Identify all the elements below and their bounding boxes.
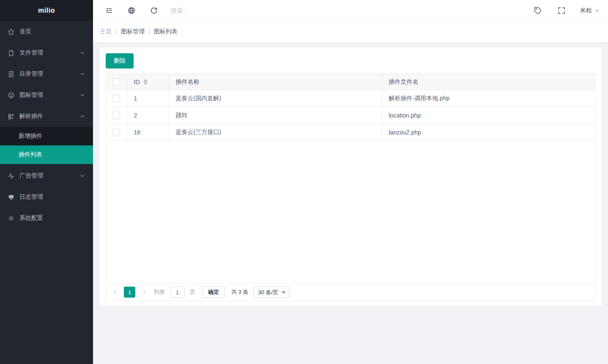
sidebar-item-files[interactable]: 文件管理 <box>0 42 93 63</box>
main-area: 米粒 主页 / 图标管理 / 图标列表 删除 <box>93 0 608 364</box>
chevron-down-icon <box>79 92 85 98</box>
select-all-checkbox[interactable] <box>112 78 120 86</box>
sidebar-item-label: 日志管理 <box>19 193 43 201</box>
sidebar-item-icons[interactable]: 图标管理 <box>0 85 93 106</box>
search-input[interactable] <box>171 7 264 14</box>
globe-icon[interactable] <box>127 6 136 15</box>
cell-id: 16 <box>127 124 169 141</box>
cell-plugin-name: 蓝奏云(国内直解) <box>169 90 382 107</box>
breadcrumb-icon-manage[interactable]: 图标管理 <box>121 28 145 36</box>
sidebar-item-home[interactable]: 首页 <box>0 21 93 42</box>
table-row: 2 跳转 location.php <box>106 107 595 124</box>
table-row: 1 蓝奏云(国内直解) 解析插件-调用本地.php <box>106 90 595 107</box>
app-root: milio 首页 文件管理 目录管 <box>0 0 608 364</box>
row-checkbox-cell <box>106 107 127 124</box>
cell-id: 2 <box>127 107 169 124</box>
breadcrumb-home[interactable]: 主页 <box>100 28 112 36</box>
plugin-grid-icon <box>8 113 15 120</box>
catalog-icon <box>8 71 15 78</box>
sidebar-item-label: 图标管理 <box>19 91 43 99</box>
app-logo: milio <box>0 0 93 21</box>
page-input[interactable] <box>170 287 185 298</box>
breadcrumb-separator: / <box>148 28 150 35</box>
row-checkbox[interactable] <box>112 112 120 119</box>
total-count-label: 共 3 条 <box>231 288 248 296</box>
navbar-right: 米粒 <box>534 6 600 15</box>
header-checkbox-cell <box>106 74 127 90</box>
row-checkbox-cell <box>106 124 127 141</box>
row-checkbox[interactable] <box>112 129 120 136</box>
row-checkbox[interactable] <box>112 95 120 102</box>
page-unit-label: 页 <box>190 288 195 296</box>
header-id-label: ID <box>134 79 140 85</box>
cell-plugin-file: lanzou2.php <box>382 124 595 141</box>
plugin-table: ID 插件名称 插件文件名 <box>106 74 595 141</box>
plugin-list-card: 删除 ID <box>100 48 601 306</box>
header-plugin-file: 插件文件名 <box>382 74 595 90</box>
page-size-select[interactable]: 30 条/页 <box>253 286 290 298</box>
collapse-menu-icon[interactable] <box>105 6 113 15</box>
log-board-icon <box>8 194 15 201</box>
sidebar-subitem-add-plugin[interactable]: 新增插件 <box>0 127 93 145</box>
sidebar: milio 首页 文件管理 目录管 <box>0 0 93 364</box>
sidebar-item-plugins[interactable]: 解析插件 <box>0 106 93 127</box>
page-size-select-wrap: 30 条/页 <box>253 286 290 298</box>
cell-plugin-name: 跳转 <box>169 107 382 124</box>
goto-page-label: 到第 <box>154 288 165 296</box>
sidebar-item-label: 解析插件 <box>19 112 43 120</box>
header-id: ID <box>127 74 169 90</box>
tag-icon[interactable] <box>534 6 542 15</box>
confirm-page-button[interactable]: 确定 <box>202 286 225 298</box>
activity-icon <box>8 172 15 180</box>
refresh-icon[interactable] <box>150 6 158 15</box>
top-navbar: 米粒 <box>93 0 608 21</box>
sidebar-item-label: 目录管理 <box>19 70 43 78</box>
chevron-down-icon <box>594 8 600 14</box>
gear-icon <box>8 215 15 222</box>
smiley-icon <box>8 92 15 99</box>
file-icon <box>8 49 15 57</box>
table-header-row: ID 插件名称 插件文件名 <box>106 74 595 90</box>
content-area: 删除 ID <box>93 43 608 311</box>
sidebar-item-settings[interactable]: 系统配置 <box>0 208 93 229</box>
page-number-button[interactable]: 1 <box>124 287 135 298</box>
sidebar-item-catalog[interactable]: 目录管理 <box>0 63 93 85</box>
cell-plugin-file: location.php <box>382 107 595 124</box>
plugins-submenu: 新增插件 插件列表 <box>0 127 93 164</box>
sidebar-item-label: 文件管理 <box>19 49 43 57</box>
sidebar-menu: 首页 文件管理 目录管理 <box>0 21 93 229</box>
sidebar-item-ads[interactable]: 广告管理 <box>0 165 93 186</box>
sidebar-item-label: 系统配置 <box>19 214 43 222</box>
sort-caret-icon[interactable] <box>143 79 148 85</box>
cell-plugin-file: 解析插件-调用本地.php <box>382 90 595 107</box>
breadcrumb-separator: / <box>115 28 117 35</box>
chevron-down-icon <box>79 173 85 179</box>
sidebar-item-label: 广告管理 <box>19 172 43 180</box>
fullscreen-icon[interactable] <box>557 6 566 15</box>
user-name: 米粒 <box>580 7 592 14</box>
next-page-icon[interactable] <box>141 289 147 295</box>
cell-plugin-name: 蓝奏云(三方接口) <box>169 124 382 141</box>
sidebar-item-logs[interactable]: 日志管理 <box>0 186 93 208</box>
chevron-up-icon <box>79 113 85 119</box>
delete-button[interactable]: 删除 <box>106 53 134 68</box>
header-plugin-name: 插件名称 <box>169 74 382 90</box>
row-checkbox-cell <box>106 90 127 107</box>
chevron-down-icon <box>79 50 85 56</box>
cell-id: 1 <box>127 90 169 107</box>
sidebar-item-label: 首页 <box>19 28 31 36</box>
plugin-table-container: ID 插件名称 插件文件名 <box>106 74 595 301</box>
breadcrumb: 主页 / 图标管理 / 图标列表 <box>93 21 608 43</box>
sidebar-subitem-label: 插件列表 <box>19 151 42 159</box>
table-row: 16 蓝奏云(三方接口) lanzou2.php <box>106 124 595 141</box>
chevron-down-icon <box>79 71 85 77</box>
home-icon <box>8 28 15 36</box>
sidebar-subitem-label: 新增插件 <box>19 132 42 140</box>
breadcrumb-current: 图标列表 <box>154 28 178 36</box>
prev-page-icon[interactable] <box>112 289 118 295</box>
pagination-bar: 1 到第 页 确定 共 3 条 30 条/页 <box>106 283 595 301</box>
sidebar-subitem-plugin-list[interactable]: 插件列表 <box>0 145 93 164</box>
user-menu[interactable]: 米粒 <box>580 7 600 14</box>
